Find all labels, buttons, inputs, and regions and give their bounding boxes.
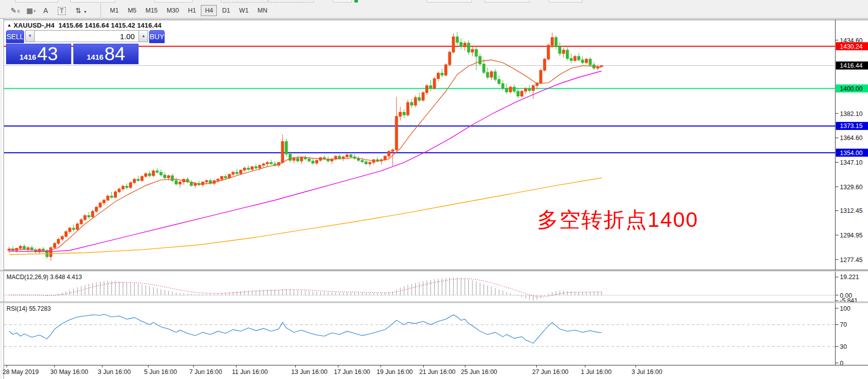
chevron-down-icon: ▾: [84, 10, 86, 14]
sell-price-box[interactable]: 1416 43: [6, 44, 71, 64]
svg-text:1400.00: 1400.00: [840, 85, 862, 92]
svg-text:100: 100: [840, 305, 850, 312]
chart-toolbar: ✎ E ▦ F A T ⇅ ▾ M1 M5 M15 M30 H1 H4 D1 W…: [0, 3, 868, 19]
time-axis-label: 30 May 16:00: [50, 368, 88, 375]
time-axis-tick: [381, 365, 381, 367]
svg-text:-5.841: -5.841: [840, 297, 857, 302]
rsi-canvas[interactable]: 10070300: [4, 303, 868, 365]
toolbar-fragment: [70, 0, 115, 3]
time-axis-tick: [102, 365, 102, 367]
grid-f-tool-button[interactable]: ▦ F: [23, 5, 36, 17]
time-axis-tick: [148, 365, 149, 367]
time-axis: 28 May 201930 May 16:003 Jun 16:005 Jun …: [4, 365, 868, 379]
time-axis-tick: [423, 365, 424, 367]
timeframe-m30-button[interactable]: M30: [163, 5, 183, 16]
svg-text:1354.00: 1354.00: [840, 150, 862, 157]
time-axis-tick: [536, 365, 537, 367]
collapse-triangle-icon[interactable]: ▲: [7, 23, 12, 28]
buy-price-small: 1416: [87, 53, 103, 61]
toolbar-fragment: [269, 0, 314, 3]
time-axis-tick: [636, 365, 636, 367]
one-click-trade-panel: SELL ▼ ▲ BUY 1416 43 1416 84: [6, 30, 139, 64]
arrows-tool-button[interactable]: ⇅ ▾: [71, 5, 90, 17]
svg-text:1312.45: 1312.45: [840, 207, 862, 214]
svg-text:1329.60: 1329.60: [840, 184, 862, 191]
toolbar-fragment: [484, 0, 530, 3]
toolbar-fragment: [549, 0, 582, 3]
sell-price-big: 43: [37, 46, 58, 63]
pencil-icon: ✎: [11, 7, 17, 15]
text-label-tool-button[interactable]: A: [39, 5, 52, 17]
main-chart-pane: 1434.601382.101364.601347.101329.601312.…: [4, 19, 868, 270]
time-axis-tick: [54, 365, 55, 367]
svg-text:1277.45: 1277.45: [840, 257, 862, 264]
svg-text:1373.15: 1373.15: [840, 122, 862, 130]
svg-text:19.221: 19.221: [840, 274, 859, 281]
timeframe-d1-button[interactable]: D1: [218, 5, 234, 16]
timeframe-h1-button[interactable]: H1: [184, 5, 200, 16]
time-axis-label: 5 Jun 16:00: [144, 368, 177, 375]
rsi-label: RSI(14) 55.7283: [7, 305, 51, 312]
time-axis-label: 1 Jul 16:00: [581, 368, 611, 375]
mt4-terminal: ✎ E ▦ F A T ⇅ ▾ M1 M5 M15 M30 H1 H4 D1 W…: [0, 0, 868, 379]
macd-canvas[interactable]: 19.2210.00-5.841: [4, 272, 868, 302]
volume-input[interactable]: [35, 30, 139, 42]
time-axis-label: 3 Jun 16:00: [98, 368, 131, 375]
svg-text:0: 0: [840, 360, 843, 365]
toolbar-fragment: [427, 0, 472, 3]
time-axis-label: 11 Jun 16:00: [232, 368, 268, 375]
toolbar-fragment: [221, 0, 268, 3]
text-a-icon: A: [43, 7, 48, 15]
timeframe-m5-button[interactable]: M5: [123, 5, 140, 16]
timeframe-m15-button[interactable]: M15: [142, 5, 162, 16]
rsi-pane: 10070300 RSI(14) 55.7283: [4, 303, 868, 365]
macd-label: MACD(12,26,9) 3.648 4.413: [7, 274, 82, 281]
window-top-fragments: [0, 0, 868, 3]
toolbar-fragment: [333, 0, 352, 3]
buy-button[interactable]: BUY: [149, 30, 165, 43]
svg-text:1364.60: 1364.60: [840, 135, 862, 142]
time-axis-label: 25 Jun 16:00: [461, 368, 497, 375]
time-axis-label: 28 May 2019: [3, 368, 39, 375]
svg-text:30: 30: [840, 343, 847, 350]
toolbar-fragment: [155, 0, 193, 3]
time-axis-label: 19 Jun 16:00: [377, 368, 413, 375]
toolbar-fragment: [15, 0, 58, 3]
arrows-icon: ⇅: [75, 7, 81, 15]
sell-price-small: 1416: [20, 53, 36, 61]
toolbar-separator: [100, 4, 101, 17]
volume-stepper: ▼ ▲: [25, 30, 148, 42]
time-axis-tick: [585, 365, 585, 367]
sell-button[interactable]: SELL: [6, 30, 24, 43]
time-axis-tick: [295, 365, 296, 367]
time-axis-label: 17 Jun 16:00: [334, 368, 370, 375]
volume-increase-button[interactable]: ▲: [139, 30, 148, 42]
timeframe-w1-button[interactable]: W1: [235, 5, 253, 16]
time-axis-tick: [236, 365, 236, 367]
toolbar-fragment-green: [354, 0, 358, 3]
time-axis-tick: [7, 365, 7, 367]
timeframe-m1-button[interactable]: M1: [106, 5, 122, 16]
buy-price-big: 84: [104, 46, 125, 63]
time-axis-tick: [465, 365, 465, 367]
timeframe-mn-button[interactable]: MN: [254, 5, 271, 16]
ohlc-values: 1415.66 1416.64 1415.42 1416.44: [59, 22, 162, 29]
grid-icon: ▦: [26, 7, 33, 15]
grid-icon-sub: F: [34, 6, 36, 17]
svg-text:1416.44: 1416.44: [840, 62, 862, 69]
text-t-icon: T: [58, 7, 65, 15]
macd-pane: 19.2210.00-5.841 MACD(12,26,9) 3.648 4.4…: [4, 272, 868, 302]
svg-text:1430.24: 1430.24: [840, 43, 862, 50]
pattern-e-tool-button[interactable]: ✎ E: [7, 5, 20, 17]
timeframe-h4-button[interactable]: H4: [201, 5, 217, 16]
svg-text:1347.10: 1347.10: [840, 159, 862, 166]
buy-price-box[interactable]: 1416 84: [73, 44, 139, 64]
text-box-tool-button[interactable]: T: [55, 5, 68, 17]
time-axis-tick: [193, 365, 194, 367]
svg-text:1382.10: 1382.10: [840, 110, 862, 117]
volume-decrease-button[interactable]: ▼: [25, 30, 35, 42]
pencil-icon-sub: E: [18, 6, 20, 17]
svg-text:70: 70: [840, 321, 847, 328]
time-axis-label: 21 Jun 16:00: [419, 368, 455, 375]
time-axis-label: 7 Jun 16:00: [189, 368, 222, 375]
